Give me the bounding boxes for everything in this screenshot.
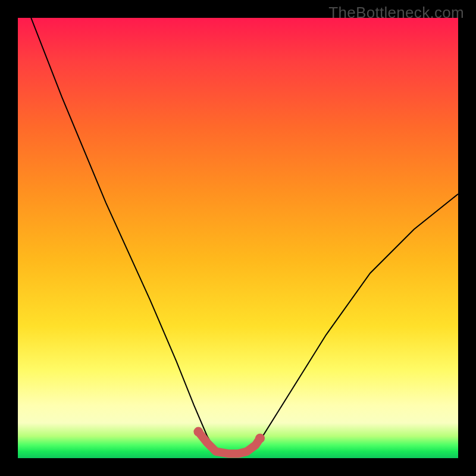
curve-layer: [18, 18, 458, 458]
highlight-endpoint-right: [255, 434, 265, 443]
bottleneck-curve: [31, 18, 458, 454]
plot-area: [18, 18, 458, 458]
watermark-text: TheBottleneck.com: [328, 4, 464, 22]
highlight-endpoint-left: [193, 427, 203, 437]
optimal-range-highlight: [198, 432, 260, 454]
chart-frame: TheBottleneck.com: [0, 0, 476, 476]
